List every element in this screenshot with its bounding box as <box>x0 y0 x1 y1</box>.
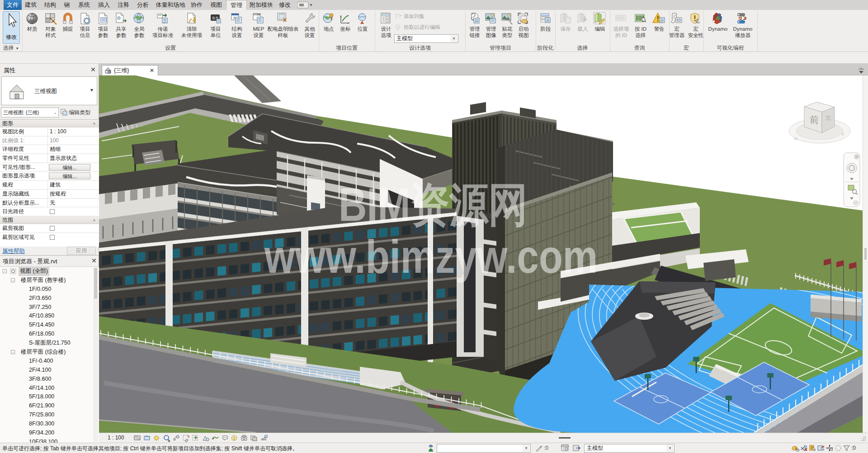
svg-text:左: 左 <box>826 114 831 121</box>
svg-text:www.bimzyw.com: www.bimzyw.com <box>264 231 598 283</box>
svg-text:前: 前 <box>810 115 819 125</box>
svg-text:MEP: MEP <box>254 14 258 16</box>
svg-text:W: W <box>794 136 798 141</box>
svg-text:5: 5 <box>233 16 236 20</box>
svg-text:E: E <box>842 132 844 136</box>
svg-text:BIM资源网: BIM资源网 <box>339 179 528 231</box>
